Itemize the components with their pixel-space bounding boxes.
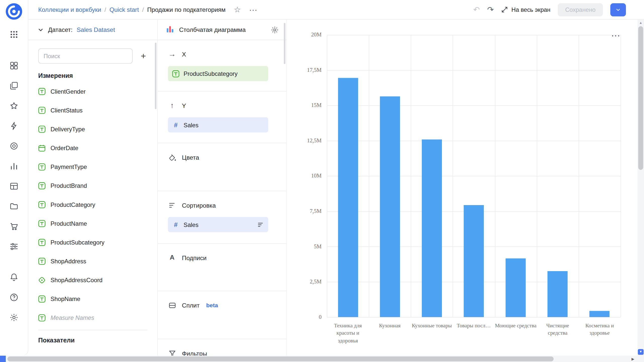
dataset-field[interactable]: OrderDate [28,139,157,157]
files-icon[interactable] [9,201,19,211]
dataset-field[interactable]: ProductCategory [28,195,157,214]
gridline-v [579,35,579,317]
chart-bar[interactable] [380,96,400,317]
help-icon[interactable] [9,292,19,302]
scroll-down-arrow-icon[interactable]: ▼ [638,349,643,355]
gridline-h [327,105,621,106]
vertical-scrollbar-thumb[interactable] [638,26,643,170]
chevron-down-icon [615,7,621,13]
scroll-up-arrow-icon[interactable]: ▲ [637,21,644,26]
collapse-chevron-icon[interactable] [37,26,44,33]
page-title: Продажи по подкатегориям [147,6,226,13]
gridline-h [327,35,621,35]
dataset-field[interactable]: PaymentType [28,157,157,176]
monitoring-icon[interactable] [9,141,19,151]
chart-area: 02,5M5M7,5M10M12,5M15M17,5M20M Техника д… [287,20,637,355]
apps-grid-icon[interactable] [9,30,19,39]
x-tick-label: Кухонные товары [411,322,453,330]
field-geo-icon [38,276,45,284]
chart-settings-gear-icon[interactable] [271,26,279,34]
scroll-left-button[interactable] [0,356,6,362]
gridline-v [369,35,369,317]
horizontal-scrollbar[interactable]: ▶ [0,356,644,362]
undo-icon[interactable]: ↶ [473,6,480,14]
field-date-icon [38,144,45,152]
gridline-v [621,35,621,317]
vertical-scrollbar[interactable]: ▲ ▼ [637,20,644,355]
field-text-icon [38,239,45,246]
services-sliders-icon[interactable] [9,242,19,251]
search-input[interactable] [38,48,133,64]
sort-icon [168,201,176,209]
app: Коллекции и воркбуки / Quick start / Про… [0,0,644,362]
favorite-star-icon[interactable]: ☆ [234,6,241,14]
y-axis-arrow-icon: ↑ [168,101,176,110]
field-text-icon [38,182,45,189]
dataset-field[interactable]: Measure Names [28,309,157,327]
quick-actions-icon[interactable] [9,121,19,131]
sort-direction-icon[interactable] [257,221,264,228]
y-field-label: Sales [183,122,198,128]
field-text-icon [38,314,45,322]
save-dropdown-button[interactable] [610,3,626,16]
fullscreen-label: На весь экран [512,6,550,13]
more-actions-icon[interactable]: ⋯ [249,6,258,14]
dataset-label: Датасет: [48,26,72,33]
scroll-right-arrow-icon[interactable]: ▶ [630,356,636,362]
breadcrumb-collections[interactable]: Коллекции и воркбуки [38,6,101,13]
horizontal-scrollbar-thumb[interactable] [7,356,554,361]
section-y: ↑ Y # Sales [158,91,286,143]
x-field-pill[interactable]: ProductSubcategory [168,66,268,81]
chart-bar[interactable] [506,259,526,317]
collections-icon[interactable] [9,81,19,91]
dataset-name-link[interactable]: Sales Dataset [77,26,115,33]
datalens-logo[interactable] [6,3,22,20]
chart-bar[interactable] [422,139,442,317]
gridline-v [495,35,495,317]
dataset-field[interactable]: ProductName [28,214,157,233]
field-text-icon [38,88,45,95]
add-field-button[interactable]: + [137,48,150,64]
settings-gear-icon[interactable] [9,313,19,322]
section-x-label: X [182,51,186,58]
chart-type-label[interactable]: Столбчатая диаграмма [179,26,246,33]
dataset-field[interactable]: ClientStatus [28,101,157,120]
chart-bar[interactable] [338,78,358,317]
gridline-v [327,35,328,317]
chart-menu-button[interactable]: ⋯ [611,30,621,41]
dataset-panel: Датасет: Sales Dataset + Измерения Clien… [28,20,158,355]
y-field-pill[interactable]: # Sales [168,117,268,132]
redo-icon[interactable]: ↷ [487,6,494,14]
breadcrumb-quick-start[interactable]: Quick start [109,6,139,13]
bar-chart-type-icon[interactable] [166,25,174,35]
chart-bar[interactable] [548,271,568,317]
dataset-panel-header: Датасет: Sales Dataset [28,20,157,40]
section-filters-label: Фильтры [182,350,207,356]
chart-bar[interactable] [589,311,610,317]
dataset-panel-scrollbar[interactable] [155,43,157,109]
dataset-field[interactable]: ShopAddress [28,252,157,271]
saved-button[interactable]: Сохранено [558,3,603,16]
chart-bar[interactable] [464,205,484,317]
config-panel-scrollbar[interactable] [284,23,286,64]
dataset-field[interactable]: DeliveryType [28,120,157,139]
dashboards-icon[interactable] [9,61,19,71]
charts-icon[interactable] [9,161,19,171]
fullscreen-button[interactable]: На весь экран [501,6,550,13]
gridline-v [411,35,411,317]
sort-field-pill[interactable]: # Sales [168,217,268,232]
field-text-icon [38,295,45,303]
favorites-icon[interactable] [9,101,19,111]
x-tick-label: Кухонная [369,322,411,330]
marketplace-icon[interactable] [9,221,19,231]
dataset-field[interactable]: ProductSubcategory [28,233,157,252]
notifications-bell-icon[interactable] [9,272,19,282]
dataset-field[interactable]: ShopName [28,290,157,309]
x-axis-arrow-icon: → [168,50,176,58]
dataset-field[interactable]: ShopAddressCoord [28,271,157,289]
dataset-field[interactable]: ClientGender [28,82,157,101]
field-text-icon [38,220,45,227]
datasets-icon[interactable] [9,181,19,191]
dataset-field[interactable]: ProductBrand [28,176,157,195]
x-field-label: ProductSubcategory [183,70,238,77]
